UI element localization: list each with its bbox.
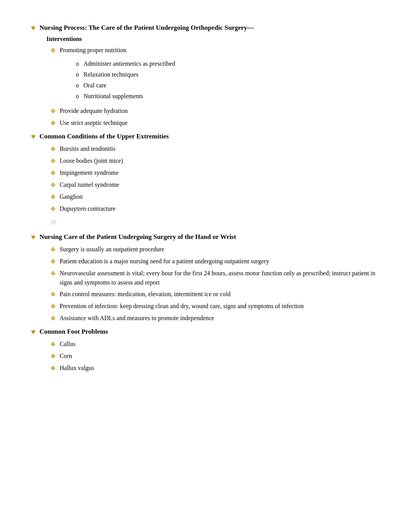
section-title-4: Common Foot Problems	[39, 327, 108, 336]
diamond-icon: ❖	[50, 269, 56, 278]
diamond-icon: ❖	[50, 314, 56, 323]
item-text: Carpal tunnel syndrome	[60, 180, 380, 189]
item-text: Hallux valgus	[60, 363, 380, 373]
heart-icon-4: ♥	[31, 327, 36, 336]
item-text: Patient education is a major nursing nee…	[60, 257, 380, 266]
section-nursing-process: ♥ Nursing Process: The Care of the Patie…	[31, 23, 380, 128]
list-item: ❖ Bursitis and tendonitis	[50, 144, 380, 154]
list-item: ❖ Hallux valgus	[50, 363, 380, 373]
list-item: ❖ Carpal tunnel syndrome	[50, 180, 380, 190]
diamond-icon: ❖	[50, 157, 56, 166]
section-title-1: Nursing Process: The Care of the Patient…	[39, 23, 254, 32]
list-item: ❖ Loose bodies (joint mice)	[50, 156, 380, 166]
section-3-list: ❖ Surgery is usually an outpatient proce…	[50, 245, 380, 323]
heart-icon-2: ♥	[31, 132, 36, 141]
sub-list-item: o Relaxation techniques	[76, 70, 175, 79]
diamond-icon: ❖	[50, 145, 56, 154]
diamond-icon: ❖	[50, 205, 56, 214]
list-item: ❖ Neurovascular assessment is vital; eve…	[50, 269, 380, 287]
list-item: ❖ Corn	[50, 351, 380, 361]
item-text: Ganglion	[60, 192, 380, 201]
list-item: ❖ Prevention of infection: keep dressing…	[50, 302, 380, 311]
item-text: Provide adequate hydration	[60, 106, 380, 116]
section-nursing-care-hand: ♥ Nursing Care of the Patient Undergoing…	[31, 232, 380, 323]
section-common-foot-problems: ♥ Common Foot Problems ❖ Callus ❖ Corn ❖…	[31, 327, 380, 373]
sub-list-item: o Administer antiemetics as prescribed	[76, 59, 175, 68]
heart-icon-1: ♥	[31, 24, 36, 32]
diamond-icon: ❖	[50, 119, 56, 128]
diamond-icon: ❖	[50, 169, 56, 178]
list-item: ❖ Assistance with ADLs and measures to p…	[50, 314, 380, 323]
diamond-icon: ❖	[50, 181, 56, 190]
circle-icon: o	[76, 60, 79, 68]
diamond-icon: ❖	[50, 245, 56, 254]
list-item: ❖ Use strict aseptic technique	[50, 118, 380, 128]
sub-item-text: Oral care	[84, 81, 175, 90]
list-item: ❖ Ganglion	[50, 192, 380, 202]
sub-item-text: Administer antiemetics as prescribed	[84, 59, 175, 68]
section-common-conditions: ♥ Common Conditions of the Upper Extremi…	[31, 132, 380, 214]
circle-icon: o	[76, 71, 79, 79]
subtitle-1: Interventions	[46, 36, 380, 43]
item-text: Surgery is usually an outpatient procedu…	[60, 245, 380, 254]
item-text: Loose bodies (joint mice)	[60, 156, 380, 165]
diamond-icon: ❖	[50, 352, 56, 361]
item-text: Callus	[60, 339, 380, 349]
section-title-2: Common Conditions of the Upper Extremiti…	[39, 132, 169, 141]
sub-list-item: o Oral care	[76, 81, 175, 90]
circle-icon: o	[76, 82, 79, 90]
heart-icon-3: ♥	[31, 233, 36, 242]
item-text: Corn	[60, 351, 380, 361]
list-item: ❖ Dupuytren contracture	[50, 204, 380, 214]
circle-icon: o	[76, 92, 79, 101]
diamond-icon: ❖	[50, 257, 56, 266]
diamond-icon: ❖	[50, 193, 56, 202]
diamond-icon: ❖	[50, 46, 56, 55]
item-text: Use strict aseptic technique	[60, 118, 380, 128]
item-text: Pain control measures: medication, eleva…	[60, 290, 380, 299]
diamond-icon: ❖	[50, 364, 56, 373]
item-text: Neurovascular assessment is vital; every…	[60, 269, 380, 287]
page-content: ♥ Nursing Process: The Care of the Patie…	[31, 23, 380, 373]
item-text: Assistance with ADLs and measures to pro…	[60, 314, 380, 323]
sub-list-item: o Nutritional supplements	[76, 92, 175, 101]
list-item: ❖ Pain control measures: medication, ele…	[50, 290, 380, 299]
list-item: ❖ Impingement syndrome	[50, 168, 380, 178]
diamond-icon: ❖	[50, 302, 56, 311]
item-text: Dupuytren contracture	[60, 204, 380, 213]
section-title-3: Nursing Care of the Patient Undergoing S…	[39, 232, 236, 242]
hand-divider-icon: ☞	[50, 218, 380, 227]
diamond-icon: ❖	[50, 290, 56, 299]
list-item: ❖ Patient education is a major nursing n…	[50, 257, 380, 266]
list-item: ❖ Surgery is usually an outpatient proce…	[50, 245, 380, 254]
diamond-icon: ❖	[50, 107, 56, 116]
list-item: ❖ Promoting proper nutrition	[50, 46, 380, 55]
list-item: ❖ Callus	[50, 339, 380, 349]
item-text: Prevention of infection: keep dressing c…	[60, 302, 380, 311]
item-text: Impingement syndrome	[60, 168, 380, 177]
sub-item-text: Nutritional supplements	[84, 92, 175, 101]
item-text: Promoting proper nutrition	[60, 46, 380, 55]
section-1-list: ❖ Promoting proper nutrition o Administe…	[50, 46, 380, 128]
diamond-icon: ❖	[50, 340, 56, 349]
section-2-list: ❖ Bursitis and tendonitis ❖ Loose bodies…	[50, 144, 380, 214]
item-text: Bursitis and tendonitis	[60, 144, 380, 153]
sub-list: o Administer antiemetics as prescribed o…	[76, 59, 175, 102]
list-item: ❖ Provide adequate hydration	[50, 106, 380, 116]
list-item: o Administer antiemetics as prescribed o…	[50, 58, 380, 104]
section-4-list: ❖ Callus ❖ Corn ❖ Hallux valgus	[50, 339, 380, 373]
sub-item-text: Relaxation techniques	[84, 70, 175, 79]
